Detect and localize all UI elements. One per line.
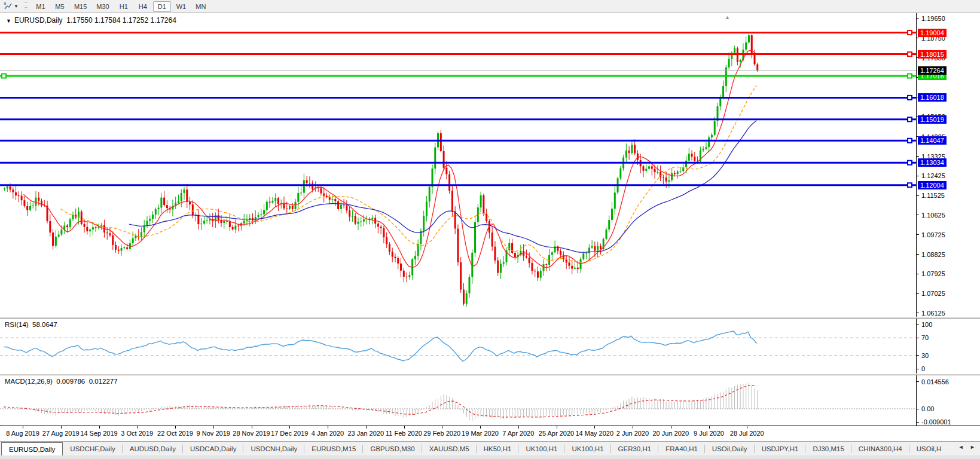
candle-body: [448, 175, 450, 191]
candle-body: [95, 227, 97, 228]
candle-body: [408, 275, 410, 277]
axis-tick: 0.00: [917, 405, 934, 412]
toolbar-grip[interactable]: [25, 2, 28, 11]
rsi-panel[interactable]: RSI(14) 58.0647 10070300: [0, 319, 980, 374]
level-handle[interactable]: [908, 139, 912, 143]
axis-tick: 100: [917, 321, 932, 328]
chart-tab-china300-h4[interactable]: CHINA300,H4: [851, 442, 909, 455]
candle-body: [740, 60, 741, 62]
chart-title-triangle-icon[interactable]: ▼: [6, 18, 11, 24]
level-handle[interactable]: [908, 96, 912, 100]
candle-body: [389, 244, 390, 252]
date-tick-mark: [328, 426, 328, 429]
macd-panel[interactable]: MACD(12,26,9) 0.009786 0.012277 0.014556…: [0, 375, 980, 426]
chart-tab-uk100-h1[interactable]: UK100,H1: [564, 442, 610, 455]
candle-body: [371, 218, 373, 219]
level-handle[interactable]: [908, 161, 912, 165]
date-label: 19 Mar 2020: [462, 430, 499, 437]
candle-body: [677, 172, 679, 174]
macd-chart[interactable]: [0, 375, 916, 426]
candle-body: [337, 201, 339, 209]
candle-body: [671, 173, 673, 180]
timeframe-button-m30[interactable]: M30: [92, 1, 113, 12]
chart-tab-usdcad-daily[interactable]: USDCAD,Daily: [183, 442, 243, 455]
candle-body: [332, 199, 334, 200]
timeframe-button-m1[interactable]: M1: [32, 1, 50, 12]
chart-tab-fra40-h1[interactable]: FRA40,H1: [658, 442, 705, 455]
candlestick-chart[interactable]: [0, 13, 916, 317]
chart-cursor-icon[interactable]: [2, 1, 14, 12]
tab-scroll-arrows-icon[interactable]: ◄ ►: [958, 444, 978, 450]
candle-body: [320, 188, 322, 193]
axis-tick: 1.10625: [917, 212, 945, 219]
scroll-to-end-marker-icon[interactable]: ▲: [725, 14, 730, 20]
level-handle[interactable]: [908, 30, 912, 35]
candle-body: [537, 271, 539, 278]
price-level-chip: 1.19004: [918, 29, 947, 37]
timeframe-button-m5[interactable]: M5: [51, 1, 69, 12]
candle-body: [112, 235, 114, 245]
candle-body: [423, 216, 425, 231]
candle-body: [89, 230, 91, 231]
timeframe-toolbar: ▼ M1M5M15M30H1H4D1W1MN: [0, 0, 980, 13]
candle-body: [160, 198, 162, 208]
chart-tab-xauusd-m5[interactable]: XAUUSD,M5: [422, 442, 477, 455]
rsi-line[interactable]: [4, 331, 756, 362]
candle-body: [386, 237, 387, 244]
candle-body: [149, 219, 151, 221]
chart-tab-usoil-h[interactable]: USOil,H: [909, 442, 949, 455]
timeframe-button-h4[interactable]: H4: [134, 1, 152, 12]
candle-body: [12, 189, 14, 192]
candle-body: [642, 166, 644, 171]
level-handle[interactable]: [2, 74, 6, 78]
level-handle[interactable]: [908, 74, 912, 78]
candle-body: [414, 256, 416, 259]
chart-tab-uk100-h1[interactable]: UK100,H1: [518, 442, 564, 455]
date-tick-mark: [289, 426, 290, 429]
candle-body: [560, 251, 561, 255]
chart-tab-dj30-m15[interactable]: DJ30,M15: [805, 442, 851, 455]
level-handle[interactable]: [908, 117, 912, 121]
level-handle[interactable]: [908, 52, 912, 56]
timeframe-button-mn[interactable]: MN: [191, 1, 210, 12]
chart-tab-usdchf-daily[interactable]: USDCHF,Daily: [63, 442, 122, 455]
level-handle[interactable]: [908, 183, 912, 187]
candle-body: [614, 192, 616, 209]
chart-tab-usoil-daily[interactable]: USOil,Daily: [705, 442, 755, 455]
chart-tab-eurusd-daily[interactable]: EURUSD,Daily: [1, 442, 63, 455]
timeframe-button-h1[interactable]: H1: [115, 1, 133, 12]
candle-body: [152, 215, 154, 219]
ohlc-close: 1.17264: [150, 16, 176, 25]
chart-tab-ger30-h1[interactable]: GER30,H1: [611, 442, 659, 455]
chart-tab-usdjpy-h1[interactable]: USDJPY,H1: [755, 442, 806, 455]
axis-tick: 1.07025: [917, 290, 945, 297]
candle-body: [571, 266, 573, 269]
candle-body: [657, 172, 658, 173]
candle-body: [49, 221, 51, 232]
chart-tab-gbpusd-m30[interactable]: GBPUSD,M30: [363, 442, 422, 455]
chart-tab-usdcnh-daily[interactable]: USDCNH,Daily: [243, 442, 304, 455]
chart-tab-eurusd-m15[interactable]: EURUSD,M15: [304, 442, 363, 455]
candle-body: [263, 210, 265, 214]
candle-body: [323, 194, 325, 196]
candle-body: [711, 135, 713, 137]
chart-tab-audusd-daily[interactable]: AUDUSD,Daily: [123, 442, 183, 455]
candle-body: [654, 169, 656, 172]
candle-body: [155, 209, 157, 215]
timeframe-button-w1[interactable]: W1: [172, 1, 191, 12]
candle-body: [500, 264, 502, 273]
timeframe-button-m15[interactable]: M15: [70, 1, 91, 12]
rsi-indicator-name: RSI(14): [5, 321, 29, 328]
toolbar-dropdown-caret[interactable]: ▼: [14, 4, 19, 9]
timeframe-button-d1[interactable]: D1: [153, 1, 171, 12]
candle-body: [494, 247, 496, 261]
chart-tab-hk50-h1[interactable]: HK50,H1: [477, 442, 519, 455]
rsi-chart[interactable]: [0, 319, 916, 374]
candle-body: [451, 191, 453, 212]
candle-body: [295, 202, 297, 209]
rsi-axis: 10070300: [916, 319, 980, 374]
candle-body: [619, 169, 621, 179]
main-chart-panel[interactable]: ▼EURUSD,Daily 1.17550 1.17584 1.17252 1.…: [0, 13, 980, 317]
candle-body: [605, 230, 607, 239]
candle-body: [486, 214, 487, 221]
